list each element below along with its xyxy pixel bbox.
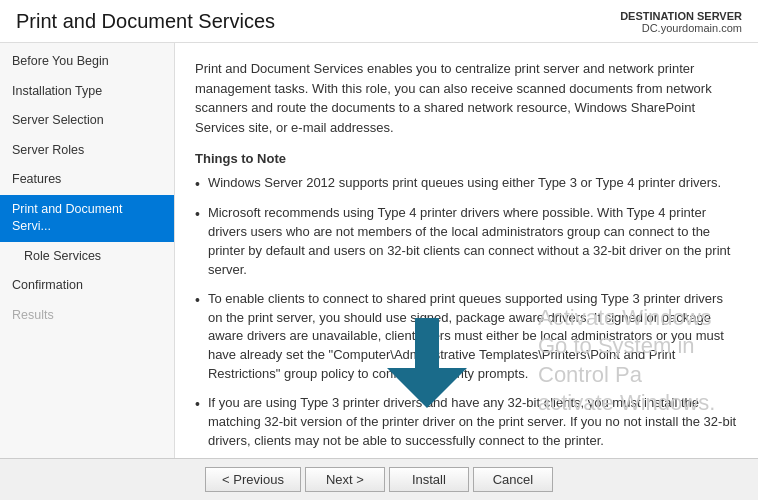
main-content: Before You BeginInstallation TypeServer … xyxy=(0,43,758,458)
previous-button[interactable]: < Previous xyxy=(205,467,301,492)
page-title: Print and Document Services xyxy=(16,10,275,33)
bullet-item: If you are using Type 3 printer drivers … xyxy=(195,394,738,451)
things-to-note-label: Things to Note xyxy=(195,151,738,166)
sidebar: Before You BeginInstallation TypeServer … xyxy=(0,43,175,458)
footer: < Previous Next > Install Cancel xyxy=(0,458,758,500)
header: Print and Document Services DESTINATION … xyxy=(0,0,758,43)
sidebar-item-features[interactable]: Features xyxy=(0,165,174,195)
arrow-container xyxy=(387,318,467,408)
svg-marker-1 xyxy=(387,368,467,408)
destination-server-label: DESTINATION SERVER xyxy=(620,10,742,22)
cancel-button[interactable]: Cancel xyxy=(473,467,553,492)
sidebar-item-server-selection[interactable]: Server Selection xyxy=(0,106,174,136)
install-button[interactable]: Install xyxy=(389,467,469,492)
sidebar-item-results: Results xyxy=(0,301,174,331)
next-button[interactable]: Next > xyxy=(305,467,385,492)
sidebar-item-confirmation[interactable]: Confirmation xyxy=(0,271,174,301)
bullet-item: To enable clients to connect to shared p… xyxy=(195,290,738,384)
content-description: Print and Document Services enables you … xyxy=(195,59,738,137)
sidebar-item-before-you-begin[interactable]: Before You Begin xyxy=(0,47,174,77)
sidebar-item-print-and-document[interactable]: Print and Document Servi... xyxy=(0,195,174,242)
sidebar-item-role-services[interactable]: Role Services xyxy=(0,242,174,272)
content-area: Print and Document Services enables you … xyxy=(175,43,758,458)
sidebar-item-installation-type[interactable]: Installation Type xyxy=(0,77,174,107)
sidebar-item-server-roles[interactable]: Server Roles xyxy=(0,136,174,166)
bullet-item: Microsoft recommends using Type 4 printe… xyxy=(195,204,738,279)
bullet-item: Windows Server 2012 supports print queue… xyxy=(195,174,738,194)
bullet-list: Windows Server 2012 supports print queue… xyxy=(195,174,738,450)
down-arrow-icon xyxy=(387,318,467,408)
destination-server-info: DESTINATION SERVER DC.yourdomain.com xyxy=(620,10,742,34)
destination-server-value: DC.yourdomain.com xyxy=(620,22,742,34)
svg-rect-0 xyxy=(415,318,439,370)
